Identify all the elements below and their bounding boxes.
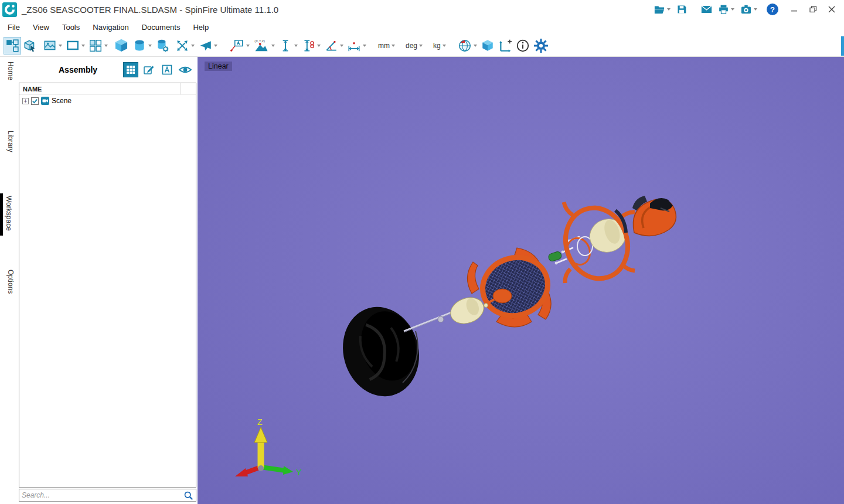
markup-note-button[interactable]: [227, 37, 251, 55]
checkmark-icon: [32, 98, 38, 104]
add-axis-button[interactable]: [496, 37, 514, 55]
render-mode-button[interactable]: [112, 37, 131, 55]
section-dropdown-caret[interactable]: [148, 45, 152, 47]
menu-documents[interactable]: Documents: [135, 21, 187, 34]
rear-cap-part: [632, 196, 676, 236]
measure-distance-icon: [347, 39, 361, 53]
side-tab-strip: Home Library Workspace Options: [0, 57, 18, 504]
tab-workspace[interactable]: Workspace: [0, 193, 13, 236]
shaded-cube-icon: [114, 38, 129, 53]
assembly-panel-header: Assembly: [18, 57, 198, 83]
locale-button[interactable]: [456, 37, 479, 55]
globe-icon: [458, 39, 472, 53]
settings-button[interactable]: [532, 37, 550, 55]
length-unit-dropdown[interactable]: mm: [375, 37, 398, 55]
tab-library[interactable]: Library: [4, 128, 15, 155]
locale-caret[interactable]: [474, 45, 477, 47]
mass-unit-caret[interactable]: [443, 45, 446, 47]
measure-vertical-button[interactable]: [277, 37, 300, 55]
print-dropdown-caret[interactable]: [731, 8, 734, 11]
annotation-view-button[interactable]: [159, 62, 175, 77]
restore-button[interactable]: [804, 2, 822, 16]
open-folder-icon: [654, 4, 665, 15]
fly-dropdown-caret[interactable]: [214, 45, 217, 47]
viewport-layout-button[interactable]: [87, 37, 110, 55]
fly-through-button[interactable]: [196, 37, 219, 55]
minimize-button[interactable]: [785, 2, 803, 16]
expand-toggle[interactable]: +: [22, 98, 29, 104]
info-button[interactable]: [514, 37, 532, 55]
window-title: _ZS06 SEASCOOTER FINAL.SLDASM - SpinFire…: [22, 5, 278, 15]
open-file-button[interactable]: [651, 2, 673, 17]
capture-dropdown-caret[interactable]: [754, 8, 757, 11]
search-icon[interactable]: [183, 491, 193, 500]
cylinder-gear-icon: [155, 39, 169, 53]
tree-row-scene[interactable]: + Scene: [19, 95, 196, 107]
minimize-icon: [791, 6, 798, 13]
section-cylinder-button[interactable]: [131, 37, 154, 55]
search-input[interactable]: [22, 491, 183, 499]
toolbar-overflow-strip[interactable]: [841, 36, 844, 56]
display-dropdown-caret[interactable]: [81, 45, 85, 47]
viewport-3d[interactable]: Linear: [198, 57, 844, 504]
measure-vertical-caret[interactable]: [294, 45, 298, 47]
assembly-tree: NAME + Scene: [19, 83, 196, 488]
assembly-panel: Assembly: [18, 57, 198, 504]
close-icon: [828, 6, 835, 13]
menu-tools[interactable]: Tools: [56, 21, 86, 34]
snapshot-button[interactable]: [41, 37, 64, 55]
panel-title: Assembly: [59, 65, 97, 74]
menu-file[interactable]: File: [1, 21, 26, 34]
tab-home[interactable]: Home: [4, 59, 15, 83]
triad-y-label: Y: [296, 468, 302, 477]
measure-point-caret[interactable]: [271, 45, 275, 47]
assembly-tree-button[interactable]: [4, 37, 21, 55]
display-icon: [66, 39, 80, 53]
select-parts-button[interactable]: [21, 37, 39, 55]
measure-distance-button[interactable]: [345, 37, 368, 55]
measure-projected-button[interactable]: [300, 37, 322, 55]
menu-help[interactable]: Help: [186, 21, 215, 34]
cylinder-settings-button[interactable]: [154, 37, 171, 55]
cylinder-icon: [132, 39, 147, 53]
tree-grid-view-button[interactable]: [123, 62, 138, 77]
edit-view-button[interactable]: [141, 62, 156, 77]
close-button[interactable]: [823, 2, 840, 16]
mass-unit-dropdown[interactable]: kg: [430, 37, 449, 55]
column-divider[interactable]: [180, 83, 181, 94]
menu-navigation[interactable]: Navigation: [86, 21, 135, 34]
measure-distance-caret[interactable]: [363, 45, 366, 47]
explode-button[interactable]: [173, 37, 196, 55]
help-button[interactable]: ?: [767, 4, 778, 15]
print-button[interactable]: [716, 2, 737, 17]
seascooter-exploded-model[interactable]: Z Y: [198, 57, 844, 504]
open-dropdown-caret[interactable]: [667, 8, 671, 11]
markup-dropdown-caret[interactable]: [246, 45, 250, 47]
save-button[interactable]: [674, 2, 689, 17]
angle-unit-caret[interactable]: [419, 45, 423, 47]
capture-button[interactable]: [738, 2, 760, 17]
measure-point-button[interactable]: (X,Y,Z): [251, 37, 277, 55]
length-unit-caret[interactable]: [392, 45, 395, 47]
tree-header[interactable]: NAME: [19, 83, 196, 95]
explode-dropdown-caret[interactable]: [191, 45, 195, 47]
visibility-button[interactable]: [178, 62, 193, 77]
printer-icon: [718, 4, 729, 15]
scene-icon: [41, 97, 49, 105]
measure-angle-caret[interactable]: [340, 45, 343, 47]
tab-options[interactable]: Options: [4, 267, 15, 296]
layout-grid-icon: [89, 39, 103, 53]
view-cube-button[interactable]: [479, 37, 496, 55]
measure-vertical-icon: [278, 39, 292, 53]
measure-point-icon: (X,Y,Z): [253, 38, 270, 53]
send-mail-button[interactable]: [699, 2, 714, 17]
menu-view[interactable]: View: [26, 21, 56, 34]
snapshot-dropdown-caret[interactable]: [59, 45, 62, 47]
layout-dropdown-caret[interactable]: [104, 45, 108, 47]
measure-angle-button[interactable]: [322, 37, 345, 55]
scene-visibility-checkbox[interactable]: [31, 97, 39, 105]
application-window: _ZS06 SEASCOOTER FINAL.SLDASM - SpinFire…: [0, 0, 844, 504]
angle-unit-dropdown[interactable]: deg: [403, 37, 426, 55]
measure-projected-caret[interactable]: [317, 45, 321, 47]
display-mode-button[interactable]: [64, 37, 87, 55]
